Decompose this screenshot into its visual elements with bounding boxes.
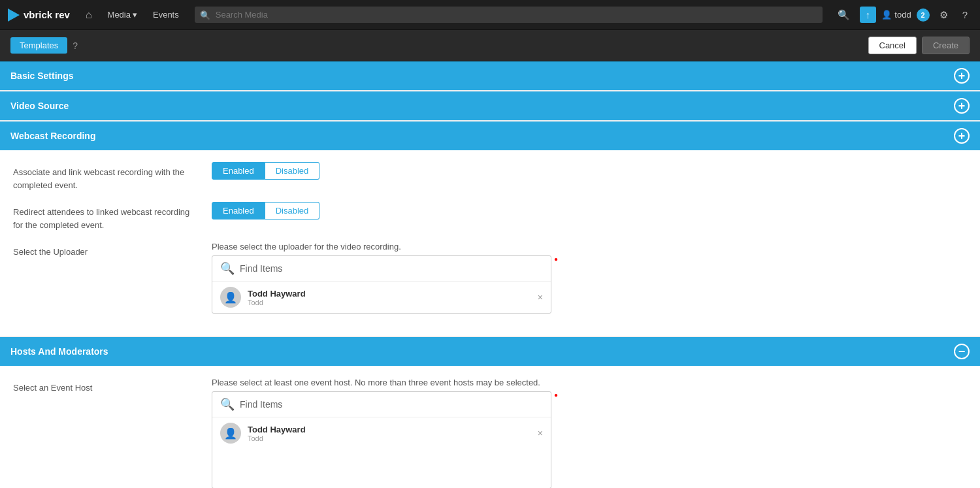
find-items-search-icon: 🔍 — [220, 261, 235, 276]
host-user-info: Todd Hayward Todd — [248, 425, 531, 442]
search-button[interactable]: 🔍 — [833, 7, 855, 24]
main-content: Basic Settings + Video Source + Webcast … — [0, 61, 980, 488]
webcast-recording-body: Associate and link webcast recording wit… — [0, 150, 980, 336]
host-find-items-box: 🔍 Find Items 👤 Todd Hayward Todd × — [212, 391, 551, 488]
settings-button[interactable]: ⚙ — [935, 7, 953, 24]
hosts-moderators-section: Hosts And Moderators − Select an Event H… — [0, 337, 980, 488]
host-find-items-label: Find Items — [240, 399, 282, 410]
hosts-moderators-label: Hosts And Moderators — [10, 346, 108, 357]
topbar-help-icon[interactable]: ? — [73, 41, 78, 51]
host-user-row: 👤 Todd Hayward Todd × — [212, 417, 551, 449]
uploader-user-row: 👤 Todd Hayward Todd × — [212, 282, 551, 313]
redirect-label: Redirect attendees to linked webcast rec… — [13, 202, 196, 231]
templates-button[interactable]: Templates — [10, 37, 67, 54]
associate-row: Associate and link webcast recording wit… — [13, 162, 967, 191]
redirect-row: Redirect attendees to linked webcast rec… — [13, 202, 967, 231]
video-source-header[interactable]: Video Source + — [0, 91, 980, 120]
webcast-recording-header[interactable]: Webcast Recording + — [0, 122, 980, 150]
hosts-moderators-toggle-icon: − — [954, 344, 970, 359]
host-list-empty-space — [212, 449, 551, 488]
basic-settings-toggle-icon: + — [954, 68, 970, 84]
events-nav-label: Events — [153, 10, 179, 20]
associate-enabled-button[interactable]: Enabled — [212, 162, 265, 180]
redirect-control: Enabled Disabled — [212, 202, 967, 220]
uploader-form-label: Select the Uploader — [13, 242, 196, 259]
host-instruction: Please select at least one event host. N… — [212, 378, 967, 387]
host-remove-button[interactable]: × — [538, 428, 543, 438]
webcast-recording-label: Webcast Recording — [10, 131, 95, 141]
video-source-section: Video Source + — [0, 91, 980, 120]
select-host-label: Select an Event Host — [13, 378, 196, 395]
uploader-remove-button[interactable]: × — [538, 292, 543, 302]
topbar-right: Cancel Create — [868, 37, 970, 54]
topbar: Templates ? Cancel Create — [0, 30, 980, 61]
host-required-indicator: ● — [554, 391, 558, 399]
uploader-user-name: Todd Hayward — [248, 289, 531, 299]
uploader-row: Select the Uploader Please select the up… — [13, 242, 967, 314]
logo-triangle-icon — [8, 8, 20, 22]
media-chevron-icon: ▾ — [133, 10, 137, 20]
redirect-enabled-button[interactable]: Enabled — [212, 202, 265, 220]
media-nav-label: Media — [108, 10, 131, 20]
video-source-toggle-icon: + — [954, 98, 970, 114]
video-source-label: Video Source — [10, 101, 69, 111]
associate-disabled-button[interactable]: Disabled — [265, 162, 320, 180]
select-host-control: Please select at least one event host. N… — [212, 378, 967, 488]
host-user-name: Todd Hayward — [248, 425, 531, 434]
home-button[interactable]: ⌂ — [80, 7, 97, 24]
basic-settings-label: Basic Settings — [10, 71, 73, 81]
find-items-search-label: Find Items — [240, 263, 282, 274]
select-host-row: Select an Event Host Please select at le… — [13, 378, 967, 488]
notification-badge[interactable]: 2 — [917, 8, 930, 22]
host-user-avatar: 👤 — [220, 423, 241, 444]
cancel-button[interactable]: Cancel — [868, 37, 917, 54]
navbar: vbrick rev ⌂ Media ▾ Events 🔍 🔍 ↑ 👤 todd… — [0, 0, 980, 30]
uploader-user-sub: Todd — [248, 299, 531, 306]
topbar-left: Templates ? — [10, 37, 78, 54]
basic-settings-section: Basic Settings + — [0, 61, 980, 90]
redirect-disabled-button[interactable]: Disabled — [265, 202, 320, 220]
uploader-required-indicator: ● — [554, 255, 558, 263]
user-icon: 👤 — [881, 10, 892, 20]
search-input[interactable] — [195, 7, 823, 23]
webcast-recording-section: Webcast Recording + Associate and link w… — [0, 122, 980, 336]
host-user-sub: Todd — [248, 434, 531, 442]
associate-label: Associate and link webcast recording wit… — [13, 162, 196, 191]
search-icon: 🔍 — [200, 10, 210, 20]
app-logo: vbrick rev — [8, 8, 70, 22]
upload-button[interactable]: ↑ — [860, 7, 877, 23]
user-label: todd — [894, 10, 911, 20]
hosts-moderators-body: Select an Event Host Please select at le… — [0, 366, 980, 488]
basic-settings-header[interactable]: Basic Settings + — [0, 61, 980, 90]
uploader-find-items-box: 🔍 Find Items 👤 Todd Hayward Todd × — [212, 255, 551, 314]
hosts-moderators-header[interactable]: Hosts And Moderators − — [0, 337, 980, 366]
host-find-items-search[interactable]: 🔍 Find Items — [212, 392, 551, 417]
webcast-recording-toggle-icon: + — [954, 128, 970, 144]
uploader-control: Please select the uploader for the video… — [212, 242, 967, 314]
media-nav-link[interactable]: Media ▾ — [103, 7, 142, 22]
create-button[interactable]: Create — [922, 37, 970, 54]
redirect-toggle-group: Enabled Disabled — [212, 202, 967, 220]
host-search-icon: 🔍 — [220, 397, 235, 412]
associate-toggle-group: Enabled Disabled — [212, 162, 967, 180]
user-menu[interactable]: 👤 todd — [881, 10, 911, 20]
uploader-user-info: Todd Hayward Todd — [248, 289, 531, 306]
uploader-find-items-search[interactable]: 🔍 Find Items — [212, 256, 551, 282]
help-button[interactable]: ? — [958, 7, 972, 23]
app-name: vbrick rev — [24, 9, 70, 20]
events-nav-link[interactable]: Events — [148, 7, 184, 22]
associate-control: Enabled Disabled — [212, 162, 967, 180]
search-bar: 🔍 — [195, 7, 823, 23]
uploader-instruction: Please select the uploader for the video… — [212, 242, 967, 252]
uploader-user-avatar: 👤 — [220, 287, 241, 308]
